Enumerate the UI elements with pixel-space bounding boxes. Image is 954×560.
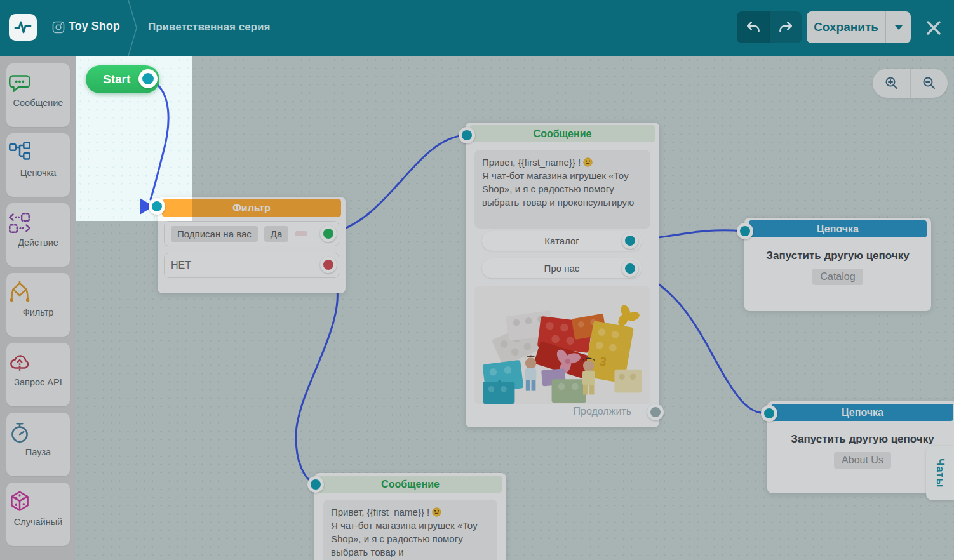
message-image-block[interactable]: 3 1 [474,286,650,404]
sidebar-item-pause[interactable]: Пауза [6,413,70,476]
edge-filter-no-to-message2 [296,265,338,483]
sidebar-item-random[interactable]: Случайный [6,483,70,546]
filter-else-row[interactable]: НЕТ [164,253,339,278]
edge-filter-yes-to-message [328,135,464,234]
message-bubble-icon [6,70,33,97]
chain-target-chip: About Us [834,452,891,469]
bot-name[interactable]: Toy Shop [69,20,120,33]
continue-label: Продолжить [574,406,631,417]
filter-icon [6,279,33,306]
sidebar-item-chain[interactable]: Цепочка [6,133,70,197]
save-button-label: Сохранить [807,20,885,34]
chats-tab-label: Чаты [934,458,946,488]
close-icon [925,20,942,36]
zoom-in-icon [884,76,899,91]
chain-icon [6,140,33,166]
chain-catalog-input-port[interactable] [737,223,753,239]
flow-title: Приветственная серия [148,21,270,34]
message-node-header: Сообщение [470,125,655,142]
catalog-button-output-port[interactable] [622,232,638,249]
message-greeting: Привет, {{first_name}} ! [482,157,581,168]
canvas-zoom-controls [873,69,948,98]
quick-reply-button-catalog[interactable]: Каталог [482,231,642,251]
chain-about-input-port[interactable] [761,405,777,422]
filter-no-output-port[interactable] [320,257,337,273]
continue-output-port[interactable] [647,404,664,420]
filter-condition-row[interactable]: Подписан на вас Да [164,221,339,246]
message2-input-port[interactable] [307,476,324,493]
chain-node-header: Цепочка [749,220,927,237]
sidebar-item-action[interactable]: Действие [6,203,70,267]
about-button-output-port[interactable] [622,260,638,277]
redo-icon [777,19,794,36]
message-text-bubble[interactable]: Привет, {{first_name}} ! Я чат-бот магаз… [323,500,497,560]
message-node-header: Сообщение [319,476,502,493]
condition-value-chip: Да [264,226,289,242]
save-button[interactable]: Сохранить [807,11,911,43]
filter-yes-output-port[interactable] [320,225,337,242]
node-message-2[interactable]: Сообщение Привет, {{first_name}} ! Я чат… [314,473,506,560]
zoom-out-button[interactable] [910,69,948,98]
edge-start-to-filter [148,79,168,199]
breadcrumb-separator [127,0,138,56]
message-body: Я чат-бот магазина игрушек «Toy Shop», и… [482,170,634,208]
start-output-port[interactable] [138,69,158,88]
message-text-bubble[interactable]: Привет, {{first_name}} ! Я чат-бот магаз… [474,150,650,229]
close-button[interactable] [922,17,945,39]
chain-node-header: Цепочка [772,404,953,421]
sidebar-item-message[interactable]: Сообщение [6,63,70,127]
message-body: Я чат-бот магазина игрушек «Toy Shop», и… [331,520,478,557]
flow-canvas[interactable]: Фильтр Подписан на вас Да НЕТ Сообщение … [0,56,954,560]
node-chain-catalog[interactable]: Цепочка Запустить другую цепочку Catalog [744,218,931,311]
undo-icon [745,19,762,36]
zoom-in-button[interactable] [873,69,910,98]
chats-side-tab[interactable]: Чаты [926,446,954,500]
action-icon [6,210,33,236]
chain-target-chip: Catalog [812,269,863,285]
random-icon [6,489,33,516]
condition-field-chip: Подписан на вас [171,226,258,242]
api-request-icon [6,349,33,376]
undo-button[interactable] [737,11,769,43]
app-logo[interactable] [9,14,37,41]
lego-boy-figure [524,355,536,390]
chain-action-text: Запустить другую цепочку [767,433,954,446]
chevron-down-icon [895,25,903,30]
history-controls [737,11,802,43]
chain-action-text: Запустить другую цепочку [744,250,931,262]
condition-indicator [295,231,307,236]
message1-input-port[interactable] [459,127,475,143]
start-label: Start [86,72,130,86]
pulse-logo-icon [13,19,32,36]
instagram-icon [52,21,65,34]
sidebar-item-filter[interactable]: Фильтр [6,273,70,337]
zoom-out-icon [922,76,937,91]
filter-input-port[interactable] [149,198,165,215]
app-header: Toy Shop Приветственная серия Сохранить [0,0,954,56]
lego-bricks-image: 3 1 [483,303,643,404]
lego-girl-figure [582,357,595,394]
message-greeting: Привет, {{first_name}} ! [331,507,429,517]
sidebar-item-api-request[interactable]: Запрос API [6,343,70,406]
node-palette-sidebar: Сообщение Цепочка Действие Ф [0,56,76,560]
grinning-face-emoji-icon [432,507,441,517]
node-filter[interactable]: Фильтр Подписан на вас Да НЕТ [158,197,346,293]
save-dropdown-button[interactable] [885,11,911,43]
grinning-face-emoji-icon [583,157,593,167]
pause-icon [6,419,33,446]
filter-node-header: Фильтр [162,199,341,217]
redo-button[interactable] [769,11,802,43]
quick-reply-button-about[interactable]: Про нас [482,258,642,278]
else-label: НЕТ [171,260,191,271]
